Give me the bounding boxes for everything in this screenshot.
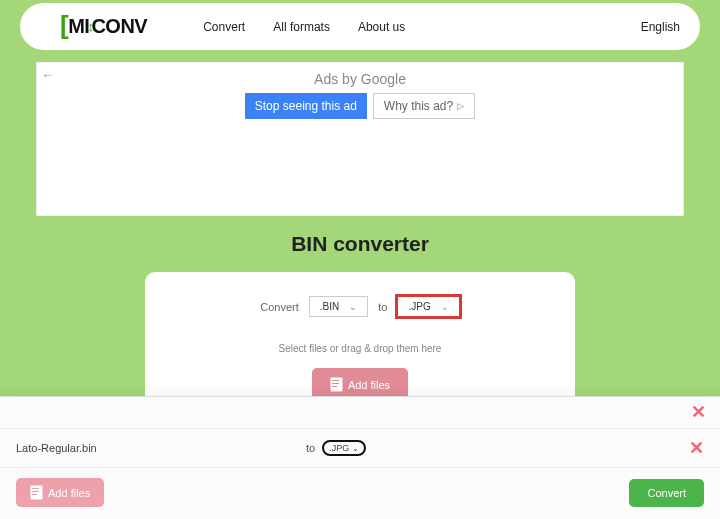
header: [MI↕CONV Convert All formats About us En… xyxy=(20,3,700,50)
panel-footer: Add files Convert xyxy=(0,468,720,517)
ad-back-arrow-icon[interactable]: ← xyxy=(41,67,55,83)
chevron-down-icon: ⌄ xyxy=(352,444,359,453)
ad-header: Ads by Google xyxy=(37,71,683,87)
add-files-button[interactable]: Add files xyxy=(16,478,104,507)
ad-why-button[interactable]: Why this ad? ▷ xyxy=(373,93,475,119)
nav-about[interactable]: About us xyxy=(358,20,405,34)
svg-rect-0 xyxy=(330,378,342,392)
chevron-down-icon: ⌄ xyxy=(441,302,449,312)
ad-stop-button[interactable]: Stop seeing this ad xyxy=(245,93,367,119)
file-row: Lato-Regular.bin to .JPG ⌄ ✕ xyxy=(0,429,720,468)
svg-rect-1 xyxy=(332,380,339,381)
ad-container: ← Ads by Google Stop seeing this ad Why … xyxy=(36,62,684,216)
page-title: BIN converter xyxy=(0,232,720,256)
svg-rect-7 xyxy=(32,494,37,495)
nav-all-formats[interactable]: All formats xyxy=(273,20,330,34)
logo-text-mi: MI xyxy=(68,15,89,38)
file-to-label: to xyxy=(306,442,315,454)
panel-banner: ✕ xyxy=(0,397,720,429)
file-name: Lato-Regular.bin xyxy=(16,442,306,454)
logo-text-conv: CONV xyxy=(91,15,147,38)
svg-rect-4 xyxy=(31,486,43,500)
close-icon[interactable]: ✕ xyxy=(689,439,704,457)
from-format-value: .BIN xyxy=(320,301,339,312)
add-files-label: Add files xyxy=(48,487,90,499)
convert-label: Convert xyxy=(260,301,299,313)
svg-rect-5 xyxy=(32,488,39,489)
main-nav: Convert All formats About us xyxy=(203,20,405,34)
files-panel: ✕ Lato-Regular.bin to .JPG ⌄ ✕ Add files… xyxy=(0,396,720,519)
svg-rect-6 xyxy=(32,491,39,492)
ad-why-label: Why this ad? xyxy=(384,99,453,113)
play-icon: ▷ xyxy=(457,101,464,111)
close-icon[interactable]: ✕ xyxy=(691,403,706,421)
to-label: to xyxy=(378,301,387,313)
document-icon xyxy=(330,377,343,392)
language-switch[interactable]: English xyxy=(641,20,680,34)
nav-convert[interactable]: Convert xyxy=(203,20,245,34)
svg-rect-2 xyxy=(332,383,339,384)
file-format-select[interactable]: .JPG ⌄ xyxy=(322,440,366,456)
convert-button[interactable]: Convert xyxy=(629,479,704,507)
svg-rect-3 xyxy=(332,386,337,387)
add-files-label: Add files xyxy=(348,379,390,391)
document-icon xyxy=(30,485,43,500)
to-format-select[interactable]: .JPG ⌄ xyxy=(397,296,459,317)
logo[interactable]: [MI↕CONV xyxy=(60,11,147,42)
from-format-select[interactable]: .BIN ⌄ xyxy=(309,296,368,317)
chevron-down-icon: ⌄ xyxy=(349,302,357,312)
drag-hint: Select files or drag & drop them here xyxy=(165,343,555,354)
to-format-value: .JPG xyxy=(408,301,430,312)
file-format-value: .JPG xyxy=(329,443,349,453)
